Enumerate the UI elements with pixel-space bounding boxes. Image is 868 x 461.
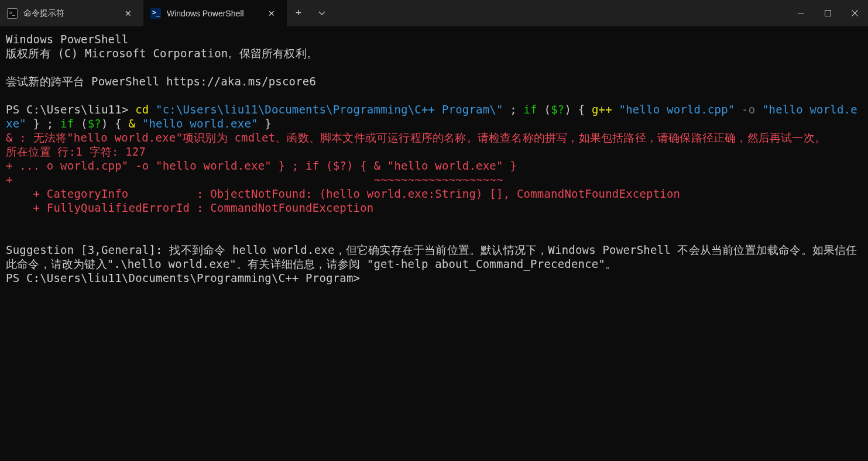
- minimize-icon: [798, 10, 804, 16]
- var-lastok: $?: [88, 117, 101, 130]
- cmd-icon: [7, 8, 18, 19]
- svg-rect-1: [825, 11, 831, 16]
- close-icon[interactable]: ✕: [263, 5, 280, 22]
- close-window-button[interactable]: [841, 0, 868, 26]
- arg-run: "hello world.exe": [142, 117, 258, 130]
- call-op: &: [129, 117, 142, 130]
- cmd-cd: cd: [135, 103, 149, 116]
- tab-cmd-title: 命令提示符: [23, 8, 114, 19]
- error-line: + CategoryInfo : ObjectNotFound: (hello …: [6, 187, 680, 200]
- ps-tryline: 尝试新的跨平台 PowerShell https://aka.ms/pscore…: [6, 75, 316, 88]
- maximize-icon: [825, 10, 831, 16]
- tab-strip: 命令提示符 ✕ Windows PowerShell ✕: [0, 0, 287, 26]
- paren: ) {: [564, 103, 592, 116]
- close-icon: [852, 10, 858, 16]
- flag-o: -o: [735, 103, 762, 116]
- tab-powershell[interactable]: Windows PowerShell ✕: [143, 0, 287, 26]
- tab-ps-title: Windows PowerShell: [167, 9, 258, 18]
- window-controls: [787, 0, 868, 26]
- arg-src: "hello world.cpp": [612, 103, 735, 116]
- newtab-area: +: [287, 0, 334, 26]
- error-line: + FullyQualifiedErrorId : CommandNotFoun…: [6, 201, 374, 214]
- close-icon[interactable]: ✕: [120, 5, 136, 22]
- paren: (: [81, 117, 88, 130]
- svg-rect-0: [798, 13, 804, 13]
- sep: ;: [503, 103, 524, 116]
- error-line: & : 无法将"hello world.exe"项识别为 cmdlet、函数、脚…: [6, 131, 826, 144]
- error-line: + ... o world.cpp" -o "hello world.exe" …: [6, 159, 517, 172]
- kw-if: if: [60, 117, 81, 130]
- error-line: + ~~~~~~~~~~~~~~~~~~~: [6, 173, 503, 186]
- new-tab-button[interactable]: +: [287, 0, 310, 26]
- titlebar-drag-region[interactable]: [334, 0, 787, 26]
- paren: (: [544, 103, 551, 116]
- tab-dropdown-button[interactable]: [310, 0, 334, 26]
- brace-end: }: [258, 117, 272, 130]
- maximize-button[interactable]: [814, 0, 841, 26]
- sep: } ;: [26, 117, 60, 130]
- kw-if: if: [524, 103, 544, 116]
- powershell-icon: [150, 8, 161, 19]
- paren: ) {: [101, 117, 129, 130]
- prompt-prefix: PS C:\Users\liu11>: [6, 103, 135, 116]
- terminal-output[interactable]: Windows PowerShell 版权所有 (C) Microsoft Co…: [0, 26, 868, 291]
- titlebar: 命令提示符 ✕ Windows PowerShell ✕ +: [0, 0, 868, 26]
- chevron-down-icon: [318, 10, 325, 17]
- minimize-button[interactable]: [787, 0, 814, 26]
- cmd-path: "c:\Users\liu11\Documents\Programming\C+…: [149, 103, 503, 116]
- tab-cmd[interactable]: 命令提示符 ✕: [0, 0, 143, 26]
- ps-copyright: 版权所有 (C) Microsoft Corporation。保留所有权利。: [6, 47, 318, 60]
- ps-banner-title: Windows PowerShell: [6, 33, 129, 46]
- prompt-current: PS C:\Users\liu11\Documents\Programming\…: [6, 271, 360, 284]
- error-line: 所在位置 行:1 字符: 127: [6, 145, 146, 158]
- cmd-gpp: g++: [592, 103, 612, 116]
- suggestion-line: Suggestion [3,General]: 找不到命令 hello worl…: [6, 243, 857, 270]
- var-lastok: $?: [551, 103, 564, 116]
